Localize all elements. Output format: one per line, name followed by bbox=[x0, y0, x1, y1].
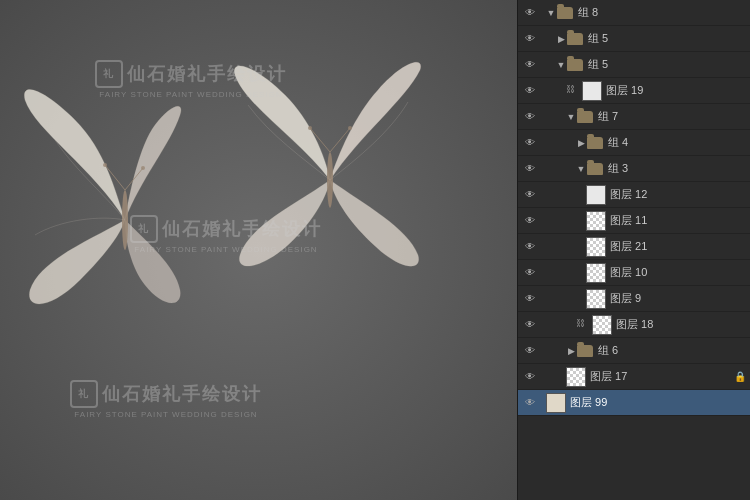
expand-triangle[interactable]: ▼ bbox=[546, 8, 556, 18]
link-icon: ⛓ bbox=[576, 318, 590, 332]
eye-icon[interactable]: 👁 bbox=[518, 182, 542, 208]
eye-icon[interactable]: 👁 bbox=[518, 234, 542, 260]
layer-name: 图层 18 bbox=[616, 317, 746, 332]
eye-icon[interactable]: 👁 bbox=[518, 208, 542, 234]
layer-row[interactable]: 👁 ▼ 组 3 bbox=[518, 156, 750, 182]
layer-thumbnail bbox=[586, 289, 606, 309]
layer-row[interactable]: 👁 图层 11 bbox=[518, 208, 750, 234]
expand-triangle[interactable]: ▶ bbox=[566, 346, 576, 356]
expand-triangle[interactable]: ▼ bbox=[556, 60, 566, 70]
canvas-area: 礼 仙石婚礼手绘设计 FAIRY STONE PAINT WEDDING DES… bbox=[0, 0, 517, 500]
eye-icon[interactable]: 👁 bbox=[518, 338, 542, 364]
layer-row[interactable]: 👁 ▼ 组 5 bbox=[518, 52, 750, 78]
layer-thumbnail bbox=[586, 263, 606, 283]
eye-icon[interactable]: 👁 bbox=[518, 52, 542, 78]
expand-triangle[interactable]: ▼ bbox=[566, 112, 576, 122]
folder-icon bbox=[586, 162, 604, 176]
layer-row[interactable]: 👁 ▼ 组 7 bbox=[518, 104, 750, 130]
eye-icon[interactable]: 👁 bbox=[518, 364, 542, 390]
folder-icon bbox=[586, 136, 604, 150]
svg-point-2 bbox=[103, 163, 107, 167]
link-icon: ⛓ bbox=[566, 84, 580, 98]
folder-icon bbox=[556, 6, 574, 20]
layer-name: 组 8 bbox=[578, 5, 746, 20]
layer-name: 组 6 bbox=[598, 343, 746, 358]
watermark-3: 礼 仙石婚礼手绘设计 FAIRY STONE PAINT WEDDING DES… bbox=[70, 380, 262, 419]
layer-name: 图层 21 bbox=[610, 239, 746, 254]
layer-thumbnail bbox=[546, 393, 566, 413]
layer-name: 图层 12 bbox=[610, 187, 746, 202]
layer-row[interactable]: 👁 图层 10 bbox=[518, 260, 750, 286]
layer-name: 组 4 bbox=[608, 135, 746, 150]
layer-row[interactable]: 👁 ⛓ 图层 19 bbox=[518, 78, 750, 104]
layer-name: 组 5 bbox=[588, 57, 746, 72]
layer-row[interactable]: 👁 图层 21 bbox=[518, 234, 750, 260]
layer-row[interactable]: 👁 图层 17 🔒 bbox=[518, 364, 750, 390]
eye-icon[interactable]: 👁 bbox=[518, 0, 542, 26]
eye-icon[interactable]: 👁 bbox=[518, 156, 542, 182]
layer-thumbnail bbox=[586, 211, 606, 231]
svg-point-7 bbox=[308, 126, 312, 130]
layer-name: 图层 11 bbox=[610, 213, 746, 228]
layer-thumbnail bbox=[582, 81, 602, 101]
eye-icon[interactable]: 👁 bbox=[518, 104, 542, 130]
layer-row[interactable]: 👁 图层 12 bbox=[518, 182, 750, 208]
layers-panel: 👁 ▼ 组 8 👁 ▶ 组 5 👁 ▼ 组 5 👁 ⛓ 图层 19 👁 ▼ 组 … bbox=[517, 0, 750, 500]
eye-icon[interactable]: 👁 bbox=[518, 26, 542, 52]
eye-icon[interactable]: 👁 bbox=[518, 312, 542, 338]
layer-name: 图层 19 bbox=[606, 83, 746, 98]
folder-icon bbox=[566, 58, 584, 72]
layer-name: 图层 10 bbox=[610, 265, 746, 280]
layer-row[interactable]: 👁 ▶ 组 5 bbox=[518, 26, 750, 52]
layer-name: 图层 17 bbox=[590, 369, 734, 384]
eye-icon[interactable]: 👁 bbox=[518, 286, 542, 312]
layer-row[interactable]: 👁 ▶ 组 4 bbox=[518, 130, 750, 156]
layer-row[interactable]: 👁 图层 99 bbox=[518, 390, 750, 416]
lock-icon: 🔒 bbox=[734, 371, 746, 383]
svg-point-4 bbox=[141, 166, 145, 170]
layer-thumbnail bbox=[592, 315, 612, 335]
expand-triangle[interactable]: ▶ bbox=[576, 138, 586, 148]
layer-row[interactable]: 👁 图层 9 bbox=[518, 286, 750, 312]
layer-thumbnail bbox=[586, 185, 606, 205]
layer-name: 组 3 bbox=[608, 161, 746, 176]
layer-name: 图层 9 bbox=[610, 291, 746, 306]
eye-icon[interactable]: 👁 bbox=[518, 78, 542, 104]
eye-icon[interactable]: 👁 bbox=[518, 260, 542, 286]
folder-icon bbox=[576, 110, 594, 124]
expand-triangle[interactable]: ▶ bbox=[556, 34, 566, 44]
folder-icon bbox=[566, 32, 584, 46]
layer-thumbnail bbox=[566, 367, 586, 387]
layer-name: 组 7 bbox=[598, 109, 746, 124]
layer-thumbnail bbox=[586, 237, 606, 257]
svg-point-9 bbox=[348, 126, 352, 130]
layer-name: 组 5 bbox=[588, 31, 746, 46]
layer-row[interactable]: 👁 ⛓ 图层 18 bbox=[518, 312, 750, 338]
layer-row[interactable]: 👁 ▶ 组 6 bbox=[518, 338, 750, 364]
layer-name: 图层 99 bbox=[570, 395, 746, 410]
eye-icon[interactable]: 👁 bbox=[518, 130, 542, 156]
expand-triangle[interactable]: ▼ bbox=[576, 164, 586, 174]
layer-row[interactable]: 👁 ▼ 组 8 bbox=[518, 0, 750, 26]
folder-icon bbox=[576, 344, 594, 358]
eye-icon[interactable]: 👁 bbox=[518, 390, 542, 416]
